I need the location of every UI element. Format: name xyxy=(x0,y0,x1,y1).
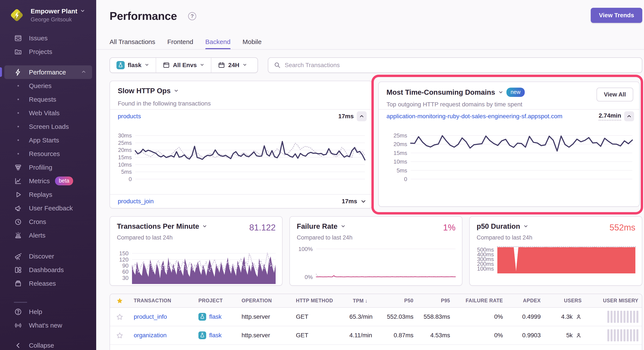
column-header-favorite[interactable] xyxy=(110,294,130,307)
transaction-link[interactable]: organization xyxy=(134,332,167,338)
view-trends-button[interactable]: View Trends xyxy=(591,8,642,23)
collapse-row-button[interactable] xyxy=(357,111,367,121)
environment-filter[interactable]: All Envs xyxy=(156,58,211,73)
column-header-http-method[interactable]: HTTP METHOD xyxy=(292,294,345,307)
date-range-filter[interactable]: 24H xyxy=(211,58,254,73)
sort-desc-icon: ↓ xyxy=(365,298,368,304)
sidebar-item-requests[interactable]: Requests xyxy=(4,93,92,106)
failure-rate-chart: 100%0% xyxy=(316,245,456,277)
sidebar-item-queries[interactable]: Queries xyxy=(4,79,92,93)
domain-link[interactable]: application-monitoring-ruby-dot-sales-en… xyxy=(386,113,562,120)
flask-project-icon xyxy=(198,331,206,339)
sidebar-item-issues[interactable]: Issues xyxy=(4,31,92,45)
duration-value: 17ms xyxy=(338,113,354,120)
sidebar-item-releases[interactable]: Releases xyxy=(4,277,92,290)
star-outline-icon[interactable] xyxy=(116,332,123,339)
sidebar-item-label: Web Vitals xyxy=(29,109,60,117)
project-link[interactable]: flask xyxy=(209,313,222,320)
domains-chart: 25ms20ms15ms10ms5ms0 xyxy=(411,130,632,179)
sidebar-item-label: Help xyxy=(29,308,42,315)
sidebar-item-crons[interactable]: Crons xyxy=(4,215,92,228)
crons-icon xyxy=(14,217,22,226)
sidebar-item-screen-loads[interactable]: Screen Loads xyxy=(4,120,92,133)
column-header-failure-rate[interactable]: FAILURE RATE xyxy=(454,294,507,307)
sidebar-item-dashboards[interactable]: Dashboards xyxy=(4,263,92,277)
calendar-icon xyxy=(218,62,225,69)
org-logo-icon xyxy=(9,7,25,23)
column-header-p50[interactable]: P50 xyxy=(372,294,418,307)
star-icon[interactable] xyxy=(116,297,123,304)
collapse-row-button[interactable] xyxy=(624,111,634,121)
p50-value: 552ms xyxy=(610,223,635,232)
sidebar-item-metrics[interactable]: Metricsbeta xyxy=(4,174,92,188)
products-join-link[interactable]: products_join xyxy=(118,198,154,205)
sidebar-item-label: Alerts xyxy=(29,232,46,239)
sidebar-item-replays[interactable]: Replays xyxy=(4,188,92,201)
card-title[interactable]: Slow HTTP Ops xyxy=(118,87,179,95)
products-link[interactable]: products xyxy=(118,113,141,120)
profiling-icon xyxy=(14,163,22,172)
org-name: Empower Plant xyxy=(31,8,78,15)
sidebar-collapse[interactable]: Collapse xyxy=(4,338,92,350)
window-icon xyxy=(162,62,170,69)
project-link[interactable]: flask xyxy=(209,332,222,339)
axis-tick-label: 20ms xyxy=(118,147,132,153)
card-title[interactable]: Failure Rate xyxy=(297,222,346,230)
axis-tick-label: 100% xyxy=(298,246,313,252)
card-title[interactable]: Transactions Per Minute xyxy=(117,222,207,230)
transaction-link[interactable]: product_info xyxy=(134,313,167,320)
org-user: George Gritsouk xyxy=(31,16,85,23)
sidebar-item-alerts[interactable]: Alerts xyxy=(4,228,92,242)
sidebar-item-web-vitals[interactable]: Web Vitals xyxy=(4,106,92,120)
chevron-down-icon xyxy=(340,222,346,230)
issues-icon xyxy=(14,34,22,43)
sidebar-item-discover[interactable]: Discover xyxy=(4,249,92,263)
sidebar-item-projects[interactable]: Projects xyxy=(4,45,92,59)
axis-tick-label: 10ms xyxy=(118,161,132,168)
axis-tick-label: 90 xyxy=(122,262,128,269)
question-circle-icon[interactable]: ? xyxy=(188,12,196,20)
axis-tick-label: 20ms xyxy=(394,141,407,148)
card-title[interactable]: p50 Duration xyxy=(477,222,528,230)
tab-mobile[interactable]: Mobile xyxy=(243,34,262,50)
alerts-icon xyxy=(14,231,22,240)
replays-icon xyxy=(14,190,22,199)
view-all-button[interactable]: View All xyxy=(596,88,633,101)
project-filter[interactable]: flask xyxy=(110,58,156,73)
sidebar-item-label: Performance xyxy=(29,69,66,76)
column-header-tpm[interactable]: TPM↓ xyxy=(345,294,372,307)
series-current-period xyxy=(497,247,635,273)
search-input[interactable] xyxy=(285,62,636,69)
star-outline-icon[interactable] xyxy=(116,313,123,320)
sidebar-item-profiling[interactable]: Profiling xyxy=(4,161,92,174)
sidebar-item-help[interactable]: Help xyxy=(4,305,92,318)
sidebar-item-resources[interactable]: Resources xyxy=(4,147,92,161)
transactions-table: TRANSACTIONPROJECTOPERATIONHTTP METHODTP… xyxy=(110,294,642,350)
sidebar-item-whats-new[interactable]: What's new xyxy=(4,318,92,332)
sidebar-item-performance[interactable]: Performance xyxy=(4,65,92,79)
sidebar-item-user-feedback[interactable]: User Feedback xyxy=(4,201,92,215)
sidebar-item-label: Dashboards xyxy=(29,266,64,274)
expand-row-button[interactable] xyxy=(360,198,367,205)
bullet-icon xyxy=(14,126,22,127)
tab-all-transactions[interactable]: All Transactions xyxy=(110,34,155,50)
column-header-user-misery[interactable]: USER MISERY xyxy=(586,294,642,307)
filter-bar: flask All Envs 24H xyxy=(110,57,258,73)
sidebar-item-app-starts[interactable]: App Starts xyxy=(4,133,92,147)
time-spent-value[interactable]: 2.74min xyxy=(599,112,621,121)
tab-backend[interactable]: Backend xyxy=(205,34,230,50)
column-header-p95[interactable]: P95 xyxy=(418,294,454,307)
axis-tick-label: 15ms xyxy=(394,150,407,156)
sidebar-item-label: What's new xyxy=(29,322,62,329)
column-header-transaction[interactable]: TRANSACTION xyxy=(130,294,194,307)
chevron-up-icon xyxy=(626,114,632,119)
org-switcher[interactable]: Empower Plant George Gritsouk xyxy=(9,7,85,23)
card-title[interactable]: Most Time-Consuming Domains new xyxy=(386,88,525,97)
projects-icon xyxy=(14,48,22,56)
column-header-users[interactable]: USERS xyxy=(545,294,586,307)
chevron-down-icon xyxy=(498,88,504,97)
column-header-apdex[interactable]: APDEX xyxy=(507,294,545,307)
column-header-project[interactable]: PROJECT xyxy=(194,294,237,307)
column-header-operation[interactable]: OPERATION xyxy=(237,294,292,307)
tab-frontend[interactable]: Frontend xyxy=(167,34,193,50)
